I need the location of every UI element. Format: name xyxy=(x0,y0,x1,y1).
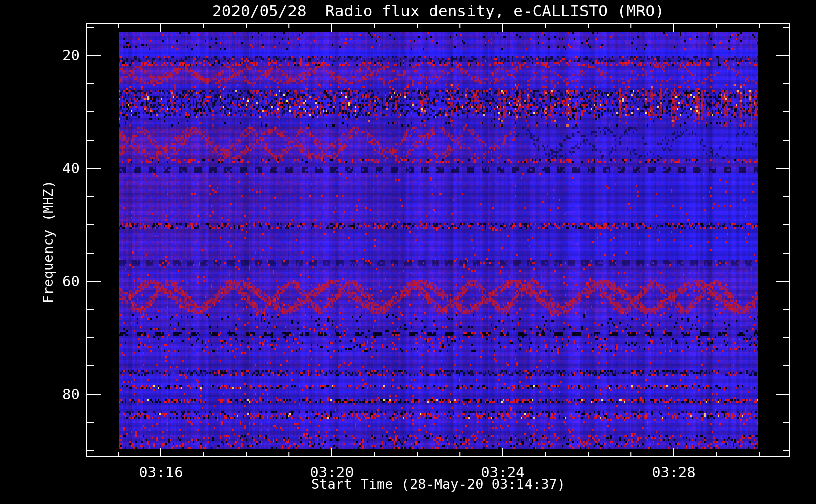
x-tick-label: 03:20 xyxy=(292,464,372,480)
x-tick-label: 03:28 xyxy=(633,464,714,480)
x-tick-label: 03:16 xyxy=(121,464,201,480)
plot-frame xyxy=(87,23,790,457)
plot-title: 2020/05/28 Radio flux density, e-CALLIST… xyxy=(86,2,790,19)
axes-frame xyxy=(0,0,816,504)
page-root: { "window": { "background": "#000000", "… xyxy=(0,0,816,504)
y-tick-label: 20 xyxy=(24,47,80,64)
x-tick-label: 03:24 xyxy=(462,464,543,480)
y-tick-label: 60 xyxy=(24,273,80,289)
y-tick-label: 40 xyxy=(24,160,80,176)
y-tick-label: 80 xyxy=(24,386,80,402)
